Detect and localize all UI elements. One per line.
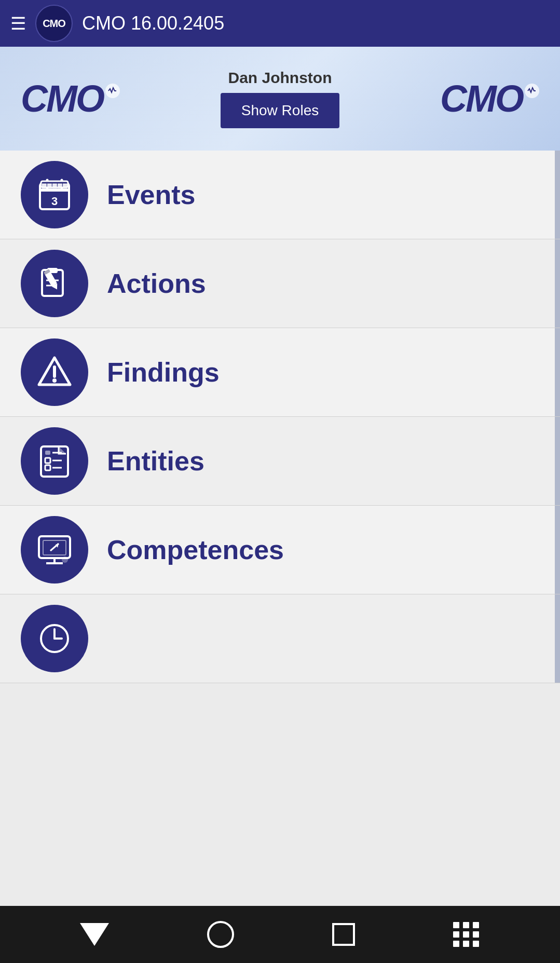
entities-icon-circle (21, 427, 88, 495)
bottom-navigation-bar (0, 906, 560, 963)
hamburger-menu-button[interactable]: ☰ (10, 15, 26, 32)
back-button[interactable] (80, 923, 109, 946)
svg-text:3: 3 (51, 195, 58, 208)
competences-icon (36, 531, 73, 568)
findings-icon-circle (21, 338, 88, 406)
entities-label: Entities (107, 445, 204, 477)
svg-rect-22 (45, 465, 50, 470)
menu-item-partial[interactable] (0, 594, 560, 683)
events-icon-circle: 3 ▦▦▦▦▦ (21, 161, 88, 228)
menu-item-events[interactable]: 3 ▦▦▦▦▦ Events (0, 151, 560, 239)
svg-rect-1 (40, 188, 69, 192)
recent-icon (332, 923, 355, 946)
right-logo-pulse-icon (525, 84, 539, 98)
menu-item-entities[interactable]: Entities (0, 417, 560, 506)
header-left-logo: CMO (21, 77, 120, 120)
home-icon (207, 921, 234, 948)
entities-icon (36, 442, 73, 480)
app-logo-circle: CMO (35, 5, 73, 42)
recent-apps-button[interactable] (332, 923, 355, 946)
partial-icon-circle (21, 605, 88, 672)
left-logo-text: CMO (21, 77, 103, 120)
actions-icon-circle (21, 250, 88, 317)
actions-label: Actions (107, 268, 206, 299)
partial-icon (36, 620, 73, 657)
findings-label: Findings (107, 357, 220, 388)
header-center: Dan Johnston Show Roles (221, 69, 339, 128)
menu-item-findings[interactable]: Findings (0, 328, 560, 417)
menu-item-competences[interactable]: Competences (0, 506, 560, 594)
apps-grid-button[interactable] (453, 922, 480, 947)
right-logo-text: CMO (440, 77, 523, 120)
app-title: CMO 16.00.2405 (82, 12, 224, 34)
actions-icon (36, 265, 73, 302)
home-button[interactable] (207, 921, 234, 948)
competences-icon-circle (21, 516, 88, 584)
menu-list: 3 ▦▦▦▦▦ Events (0, 151, 560, 906)
calendar-icon: 3 ▦▦▦▦▦ (36, 176, 73, 213)
header-section: CMO Dan Johnston Show Roles CMO (0, 47, 560, 151)
menu-item-actions[interactable]: Actions (0, 239, 560, 328)
events-label: Events (107, 179, 196, 210)
top-navigation-bar: ☰ CMO CMO 16.00.2405 (0, 0, 560, 47)
header-right-logo: CMO (440, 77, 539, 120)
svg-rect-20 (45, 458, 50, 463)
app-logo-text: CMO (43, 18, 65, 30)
left-logo-pulse-icon (105, 84, 120, 98)
findings-icon (36, 354, 73, 391)
show-roles-button[interactable]: Show Roles (221, 93, 339, 128)
competences-label: Competences (107, 534, 284, 565)
svg-point-17 (52, 378, 57, 383)
svg-point-32 (62, 557, 68, 563)
user-name-label: Dan Johnston (228, 69, 332, 87)
back-icon (80, 923, 109, 946)
svg-rect-24 (45, 451, 50, 455)
svg-text:▦▦▦▦▦: ▦▦▦▦▦ (42, 182, 67, 188)
apps-grid-icon (453, 922, 480, 947)
